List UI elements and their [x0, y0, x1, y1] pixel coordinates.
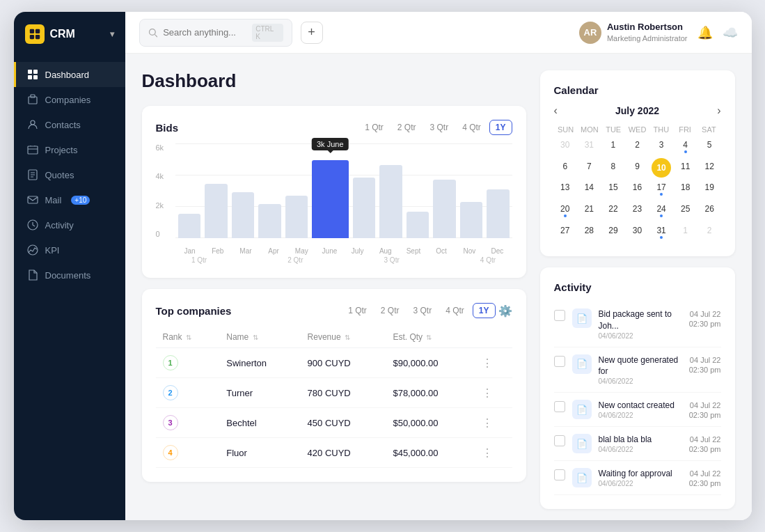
cell-revenue: 420 CUYD: [301, 438, 386, 468]
cal-day[interactable]: 2: [626, 136, 649, 157]
cal-day[interactable]: 3: [650, 136, 673, 157]
cloud-icon[interactable]: ☁️: [723, 25, 738, 40]
cal-day[interactable]: 31: [650, 222, 673, 242]
cal-day[interactable]: 7: [578, 158, 601, 178]
search-input[interactable]: [163, 27, 246, 38]
header-right: AR Austin Robertson Marketing Administra…: [579, 22, 738, 44]
bar-sept[interactable]: [407, 212, 429, 238]
bar-apr[interactable]: [258, 204, 281, 238]
cal-day[interactable]: 4: [674, 136, 697, 157]
bids-card: Bids 1 Qtr 2 Qtr 3 Qtr 4 Qtr 1Y 6k 4k: [142, 106, 526, 278]
bar-nov[interactable]: [460, 202, 483, 238]
row-actions-button[interactable]: ⋮: [482, 386, 493, 400]
cal-day[interactable]: 30: [626, 222, 649, 242]
search-box[interactable]: CTRL K: [139, 19, 292, 47]
activity-checkbox[interactable]: [554, 356, 565, 367]
row-actions-button[interactable]: ⋮: [482, 416, 493, 430]
bar-dec[interactable]: [487, 189, 510, 238]
sidebar-item-dashboard[interactable]: Dashboard: [14, 62, 125, 87]
cal-day[interactable]: 22: [602, 201, 625, 221]
cal-day[interactable]: 13: [554, 179, 577, 199]
bar-may[interactable]: [285, 196, 308, 238]
cal-day[interactable]: 1: [674, 222, 697, 242]
companies-period-2qtr[interactable]: 2 Qtr: [375, 304, 405, 318]
cal-day[interactable]: 12: [698, 158, 721, 178]
bar-aug[interactable]: [379, 165, 402, 238]
gear-button[interactable]: ⚙️: [498, 304, 512, 318]
row-actions-button[interactable]: ⋮: [482, 446, 493, 460]
companies-period-1qtr[interactable]: 1 Qtr: [342, 304, 372, 318]
companies-period-3qtr[interactable]: 3 Qtr: [407, 304, 437, 318]
sidebar-item-activity[interactable]: Activity: [14, 212, 125, 237]
cal-day[interactable]: 21: [578, 201, 601, 221]
calendar-next[interactable]: ›: [717, 104, 720, 117]
bids-period-1y[interactable]: 1Y: [489, 120, 512, 135]
activity-item-date: 04 Jul 22: [689, 310, 721, 318]
bar-feb[interactable]: [205, 184, 228, 238]
sidebar-label-kpi: KPI: [45, 245, 60, 256]
activity-item-title: New contact created: [599, 400, 682, 412]
cal-day[interactable]: 14: [578, 179, 601, 199]
cal-day[interactable]: 27: [554, 222, 577, 242]
cal-day[interactable]: 9: [626, 158, 649, 178]
bids-period-4qtr[interactable]: 4 Qtr: [457, 120, 487, 134]
cal-day[interactable]: 31: [578, 136, 601, 157]
cal-day[interactable]: 6: [554, 158, 577, 178]
activity-checkbox[interactable]: [554, 435, 565, 446]
activity-item-time: 02:30 pm: [689, 411, 721, 419]
cell-name: Bechtel: [219, 408, 300, 438]
bar-jan[interactable]: [178, 214, 201, 238]
add-button[interactable]: +: [301, 22, 323, 44]
sidebar-label-contacts: Contacts: [45, 120, 81, 130]
activity-checkbox[interactable]: [554, 310, 565, 321]
cal-day[interactable]: 11: [674, 158, 697, 178]
sidebar-item-contacts[interactable]: Contacts: [14, 112, 125, 137]
cal-day[interactable]: 25: [674, 201, 697, 221]
activity-checkbox[interactable]: [554, 401, 565, 412]
cal-day[interactable]: 8: [602, 158, 625, 178]
cal-day[interactable]: 19: [698, 179, 721, 199]
row-actions-button[interactable]: ⋮: [482, 357, 493, 370]
svg-rect-4: [28, 70, 32, 74]
activity-checkbox[interactable]: [554, 469, 565, 480]
sidebar-item-companies[interactable]: Companies: [14, 87, 125, 112]
cal-day[interactable]: 2: [698, 222, 721, 242]
bar-mar[interactable]: [232, 192, 255, 238]
companies-period-tabs: 1 Qtr 2 Qtr 3 Qtr 4 Qtr 1Y ⚙️: [342, 303, 512, 318]
cal-day[interactable]: 15: [602, 179, 625, 199]
sidebar-item-kpi[interactable]: KPI: [14, 237, 125, 263]
cal-day[interactable]: 26: [698, 201, 721, 221]
y-label-6k: 6k: [156, 143, 173, 152]
sidebar-item-projects[interactable]: Projects: [14, 137, 125, 162]
bids-period-1qtr[interactable]: 1 Qtr: [359, 120, 389, 134]
bar-group-jan: [178, 143, 201, 238]
sidebar-item-quotes[interactable]: Quotes: [14, 162, 125, 187]
cal-day[interactable]: 30: [554, 136, 577, 157]
activity-item-time: 02:30 pm: [689, 320, 721, 328]
sidebar-item-documents[interactable]: Documents: [14, 263, 125, 288]
user-info: AR Austin Robertson Marketing Administra…: [579, 22, 688, 44]
companies-period-4qtr[interactable]: 4 Qtr: [440, 304, 470, 318]
cal-day[interactable]: 23: [626, 201, 649, 221]
sidebar-item-mail[interactable]: Mail +10: [14, 187, 125, 212]
cal-day[interactable]: 20: [554, 201, 577, 221]
cal-day[interactable]: 29: [602, 222, 625, 242]
companies-period-1y[interactable]: 1Y: [473, 303, 496, 318]
notification-icon[interactable]: 🔔: [697, 25, 713, 40]
cal-day[interactable]: 5: [698, 136, 721, 157]
cal-day[interactable]: 18: [674, 179, 697, 199]
bar-july[interactable]: [353, 178, 376, 238]
bids-period-3qtr[interactable]: 3 Qtr: [424, 120, 454, 134]
cal-day[interactable]: 28: [578, 222, 601, 242]
bar-group-june: 3k June: [312, 143, 349, 238]
bids-period-2qtr[interactable]: 2 Qtr: [392, 120, 422, 134]
sidebar-label-mail: Mail: [45, 195, 62, 205]
cal-day[interactable]: 1: [602, 136, 625, 157]
app-logo[interactable]: CRM ▾: [14, 12, 125, 56]
bar-oct[interactable]: [433, 180, 456, 238]
cal-day[interactable]: 17: [650, 179, 673, 199]
cal-day[interactable]: 24: [650, 201, 673, 221]
cal-day[interactable]: 10: [652, 158, 671, 178]
cal-day[interactable]: 16: [626, 179, 649, 199]
bar-june[interactable]: [312, 160, 349, 238]
